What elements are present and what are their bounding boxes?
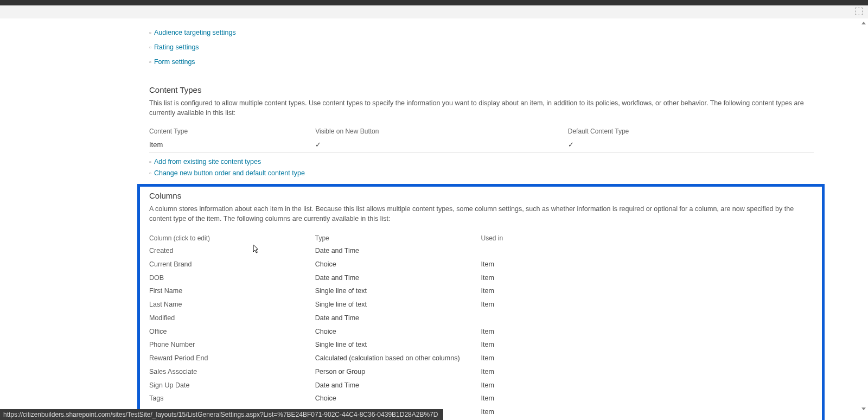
column-row: Sales AssociatePerson or GroupItem [149, 365, 813, 379]
column-row: Current BrandChoiceItem [149, 258, 813, 271]
column-row: Reward Period EndCalculated (calculation… [149, 352, 813, 365]
column-name-link[interactable]: Last Name [149, 298, 315, 311]
column-row: ModifiedDate and Time [149, 311, 813, 325]
column-row: DOBDate and TimeItem [149, 271, 813, 285]
column-type: Choice [315, 392, 481, 405]
column-used-in: Item [481, 284, 813, 298]
link-change-button-order[interactable]: Change new button order and default cont… [154, 169, 305, 177]
column-used-in [481, 311, 813, 325]
link-add-site-content-types[interactable]: Add from existing site content types [154, 158, 261, 166]
column-name-link[interactable]: DOB [149, 271, 315, 285]
settings-links-top: Audience targeting settings Rating setti… [149, 25, 814, 69]
scroll-up-icon[interactable] [861, 22, 866, 24]
column-type: Date and Time [315, 311, 481, 325]
columns-highlight-box: Columns A column stores information abou… [137, 184, 825, 420]
column-name-link[interactable]: Reward Period End [149, 352, 315, 365]
content-type-action-links: Add from existing site content types Cha… [149, 156, 814, 179]
column-name-link[interactable]: Tags [149, 392, 315, 405]
column-row: Phone NumberSingle line of textItem [149, 338, 813, 352]
scroll-down-icon[interactable] [861, 408, 866, 410]
ct-header-visible: Visible on New Button [315, 125, 568, 137]
column-name-link[interactable]: Created [149, 244, 315, 258]
columns-table: Column (click to edit) Type Used in Crea… [149, 231, 813, 420]
column-used-in: Item [481, 271, 813, 285]
column-name-link[interactable]: Modified [149, 311, 315, 325]
column-used-in: Item [481, 258, 813, 271]
col-header-name: Column (click to edit) [149, 231, 315, 244]
toolbar-strip [0, 5, 868, 18]
content-type-name[interactable]: Item [149, 137, 315, 152]
column-used-in: Item [481, 298, 813, 311]
column-row: Last NameSingle line of textItem [149, 298, 813, 311]
columns-description: A column stores information about each i… [149, 205, 813, 224]
columns-heading: Columns [149, 191, 813, 200]
ct-header-name: Content Type [149, 125, 315, 137]
browser-top-bar [0, 0, 868, 5]
browser-status-bar: https://citizenbuilders.sharepoint.com/s… [0, 409, 443, 420]
link-rating-settings[interactable]: Rating settings [154, 43, 199, 51]
column-name-link[interactable]: Office [149, 325, 315, 339]
column-row: First NameSingle line of textItem [149, 284, 813, 298]
column-used-in: Item [481, 405, 813, 419]
focus-mode-icon[interactable] [855, 8, 863, 15]
column-used-in: Item [481, 379, 813, 392]
column-used-in [481, 244, 813, 258]
column-row: Sign Up DateDate and TimeItem [149, 379, 813, 392]
column-type: Date and Time [315, 244, 481, 258]
column-used-in: Item [481, 392, 813, 405]
checkmark-icon: ✓ [568, 137, 814, 152]
column-type: Single line of text [315, 284, 481, 298]
column-type: Calculated (calculation based on other c… [315, 352, 481, 365]
column-row: TagsChoiceItem [149, 392, 813, 405]
column-name-link[interactable]: Current Brand [149, 258, 315, 271]
column-row: OfficeChoiceItem [149, 325, 813, 339]
content-types-heading: Content Types [149, 85, 814, 94]
col-header-used: Used in [481, 231, 813, 244]
column-type: Person or Group [315, 365, 481, 379]
link-form-settings[interactable]: Form settings [154, 58, 195, 66]
page-content: Audience targeting settings Rating setti… [0, 18, 868, 420]
column-name-link[interactable]: Sales Associate [149, 365, 315, 379]
content-type-row: Item ✓ ✓ [149, 137, 814, 152]
column-used-in: Item [481, 352, 813, 365]
column-used-in: Item [481, 365, 813, 379]
column-used-in: Item [481, 325, 813, 339]
scrollbar[interactable] [860, 22, 867, 410]
checkmark-icon: ✓ [315, 137, 568, 152]
column-name-link[interactable]: First Name [149, 284, 315, 298]
column-type: Date and Time [315, 379, 481, 392]
column-name-link[interactable]: Phone Number [149, 338, 315, 352]
content-types-table: Content Type Visible on New Button Defau… [149, 125, 814, 152]
column-type: Choice [315, 325, 481, 339]
col-header-type: Type [315, 231, 481, 244]
column-used-in: Item [481, 338, 813, 352]
column-row: CreatedDate and Time [149, 244, 813, 258]
column-type: Single line of text [315, 338, 481, 352]
link-audience-targeting[interactable]: Audience targeting settings [154, 29, 236, 36]
column-type: Single line of text [315, 298, 481, 311]
content-types-description: This list is configured to allow multipl… [149, 99, 814, 118]
column-type: Choice [315, 258, 481, 271]
column-name-link[interactable]: Sign Up Date [149, 379, 315, 392]
ct-header-default: Default Content Type [568, 125, 814, 137]
column-type: Date and Time [315, 271, 481, 285]
